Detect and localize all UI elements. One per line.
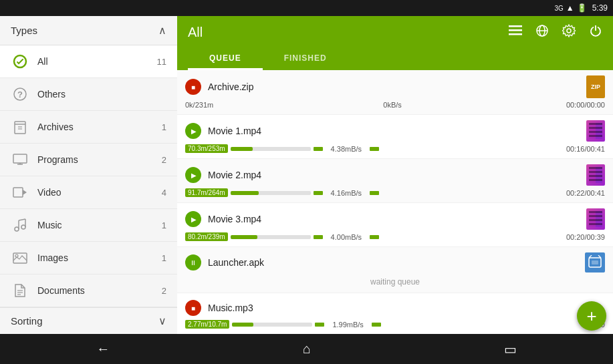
download-item-1: Archive.zip ZIP 0k/231m 0kB/s 00:00/00:0… bbox=[177, 70, 613, 114]
video-type-icon-2 bbox=[586, 120, 605, 142]
apk-type-icon bbox=[585, 252, 605, 272]
item5-name: Launcher.apk bbox=[208, 257, 264, 268]
zip-type-icon: ZIP bbox=[586, 75, 605, 98]
item1-time: 00:00/00:00 bbox=[566, 101, 605, 109]
list-icon[interactable] bbox=[509, 25, 522, 39]
svg-point-28 bbox=[567, 29, 571, 33]
item1-progress: 0k/231m bbox=[185, 101, 213, 109]
sidebar: Types ∧ All 11 ? Others bbox=[0, 16, 177, 334]
item3-progress-row: 91.7m/264m 4.16mB/s 00:22/00:41 bbox=[185, 188, 605, 197]
music-icon bbox=[11, 216, 29, 234]
battery-icon: 🔋 bbox=[577, 3, 587, 13]
svg-rect-39 bbox=[589, 171, 602, 173]
item4-progress-row: 80.2m/239m 4.00mB/s 00:20/00:39 bbox=[185, 232, 605, 241]
item1-speed: 0kB/s bbox=[383, 101, 402, 109]
sidebar-archives-count: 1 bbox=[162, 122, 166, 132]
sorting-header[interactable]: Sorting ∨ bbox=[0, 307, 177, 334]
status-icons: 3G ▲ 🔋 5:39 bbox=[554, 3, 608, 13]
globe-icon[interactable] bbox=[535, 24, 549, 41]
sidebar-music-count: 1 bbox=[162, 220, 166, 230]
tabs-bar: QUEUE FINISHED bbox=[177, 48, 613, 70]
sidebar-video-count: 4 bbox=[162, 188, 166, 198]
item1-name: Archive.zip bbox=[208, 81, 253, 92]
tab-finished[interactable]: FINISHED bbox=[263, 48, 348, 70]
settings-icon[interactable] bbox=[562, 24, 576, 41]
sidebar-item-all[interactable]: All 11 bbox=[0, 45, 177, 78]
play-button-3[interactable] bbox=[185, 167, 201, 183]
item4-time: 00:20/00:39 bbox=[566, 233, 605, 241]
item3-name: Movie 2.mp4 bbox=[208, 170, 261, 180]
programs-icon bbox=[11, 150, 29, 169]
sidebar-music-label: Music bbox=[37, 220, 162, 230]
main-layout: Types ∧ All 11 ? Others bbox=[0, 16, 613, 334]
svg-rect-49 bbox=[592, 260, 598, 264]
download-list: Archive.zip ZIP 0k/231m 0kB/s 00:00/00:0… bbox=[177, 70, 613, 334]
recent-button[interactable]: ▭ bbox=[504, 341, 517, 357]
item1-progress-row: 0k/231m 0kB/s 00:00/00:00 bbox=[185, 101, 605, 109]
types-header[interactable]: Types ∧ bbox=[0, 16, 177, 45]
chevron-up-icon: ∧ bbox=[158, 24, 166, 37]
item4-left: Movie 3.mp4 bbox=[185, 211, 261, 227]
header-icons bbox=[509, 24, 602, 41]
item6-name: Music.mp3 bbox=[208, 303, 253, 313]
sorting-label: Sorting bbox=[11, 315, 43, 327]
download-item-2: Movie 1.mp4 70.3m/253m bbox=[177, 115, 613, 158]
item2-left: Movie 1.mp4 bbox=[185, 123, 261, 139]
download-item-3: Movie 2.mp4 91.7m/264m bbox=[177, 159, 613, 202]
sidebar-programs-label: Programs bbox=[37, 154, 162, 165]
status-bar: 3G ▲ 🔋 5:39 bbox=[0, 0, 613, 16]
archives-icon bbox=[11, 118, 29, 136]
signal-icon: 3G bbox=[554, 5, 563, 12]
wifi-icon: ▲ bbox=[566, 3, 574, 13]
item5-waiting: waiting queue bbox=[370, 275, 420, 289]
item5-left: Launcher.apk bbox=[185, 254, 264, 270]
svg-rect-7 bbox=[13, 154, 27, 163]
item4-name: Movie 3.mp4 bbox=[208, 214, 261, 224]
documents-icon bbox=[11, 281, 29, 300]
sidebar-archives-label: Archives bbox=[37, 122, 162, 132]
download-item-5: Launcher.apk waiting queue bbox=[177, 247, 613, 293]
svg-marker-11 bbox=[23, 190, 27, 195]
back-button[interactable]: ← bbox=[96, 341, 110, 357]
svg-rect-46 bbox=[589, 219, 602, 221]
svg-rect-3 bbox=[15, 122, 25, 134]
content-header: All bbox=[177, 16, 613, 48]
svg-rect-41 bbox=[589, 179, 602, 181]
sidebar-item-video[interactable]: Video 4 bbox=[0, 176, 177, 209]
types-label: Types bbox=[11, 25, 37, 36]
power-icon[interactable] bbox=[589, 24, 602, 41]
play-button-2[interactable] bbox=[185, 123, 201, 139]
bottom-nav: ← ⌂ ▭ bbox=[0, 334, 613, 364]
sidebar-documents-label: Documents bbox=[37, 285, 162, 296]
svg-point-16 bbox=[21, 225, 25, 229]
sidebar-item-documents[interactable]: Documents 2 bbox=[0, 275, 177, 307]
sidebar-item-others[interactable]: ? Others bbox=[0, 78, 177, 111]
item2-progress: 70.3m/253m bbox=[185, 144, 228, 153]
stop-button-6[interactable] bbox=[185, 300, 201, 316]
video-icon bbox=[11, 183, 29, 202]
download-item-4: Movie 3.mp4 80.2m/239m bbox=[177, 203, 613, 246]
item2-speed: 4.38mB/s bbox=[331, 145, 362, 153]
svg-rect-47 bbox=[589, 223, 602, 225]
sidebar-all-count: 11 bbox=[157, 57, 166, 67]
sidebar-item-programs[interactable]: Programs 2 bbox=[0, 144, 177, 176]
stop-button-1[interactable] bbox=[185, 79, 201, 95]
home-button[interactable]: ⌂ bbox=[303, 341, 311, 357]
item6-left: Music.mp3 bbox=[185, 300, 253, 316]
item6-speed: 1.99mB/s bbox=[332, 321, 363, 329]
play-button-4[interactable] bbox=[185, 211, 201, 227]
tab-queue[interactable]: QUEUE bbox=[188, 48, 263, 70]
svg-rect-45 bbox=[589, 215, 602, 217]
item1-left: Archive.zip bbox=[185, 79, 253, 95]
sidebar-item-images[interactable]: Images 1 bbox=[0, 242, 177, 275]
sidebar-others-label: Others bbox=[37, 89, 166, 100]
fab-add-button[interactable]: + bbox=[577, 301, 606, 331]
pause-button-5[interactable] bbox=[185, 254, 201, 270]
sidebar-item-archives[interactable]: Archives 1 bbox=[0, 111, 177, 144]
sidebar-item-music[interactable]: Music 1 bbox=[0, 209, 177, 242]
item3-left: Movie 2.mp4 bbox=[185, 167, 261, 183]
svg-rect-32 bbox=[589, 123, 602, 125]
svg-rect-33 bbox=[589, 127, 602, 129]
svg-rect-10 bbox=[13, 188, 23, 197]
time-display: 5:39 bbox=[592, 3, 608, 13]
